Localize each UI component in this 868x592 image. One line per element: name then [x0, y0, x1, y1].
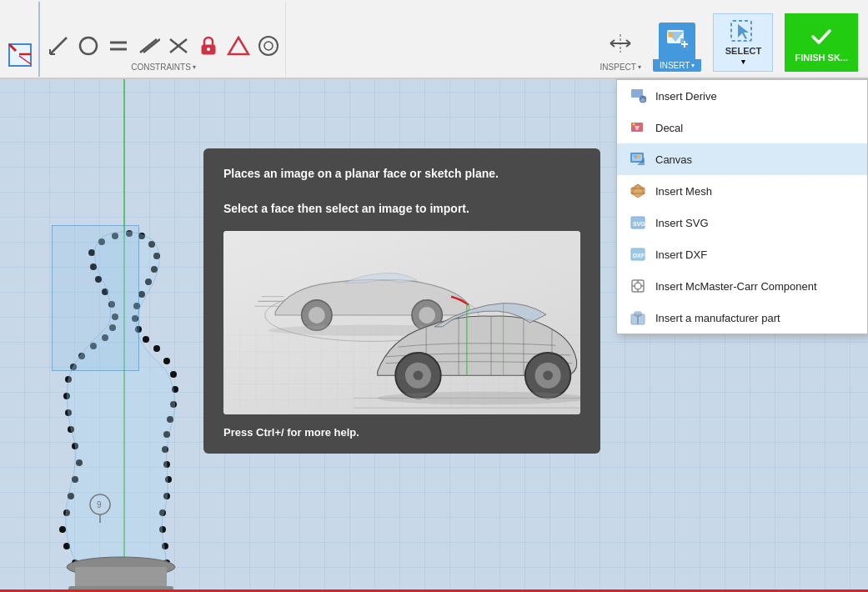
inspect-group: INSPECT ▾ — [595, 2, 646, 77]
svg-point-7 — [80, 38, 97, 54]
circle-tool[interactable] — [75, 33, 102, 59]
insert-dropdown-menu: Insert Derive Decal Canvas — [616, 79, 868, 334]
insert-mesh-icon — [629, 182, 647, 200]
svg-point-17 — [259, 37, 278, 55]
lock-icon[interactable] — [195, 33, 222, 59]
trim-tool[interactable] — [165, 33, 192, 59]
offset-tool[interactable] — [255, 33, 282, 59]
tooltip-footer: Press Ctrl+/ for more help. — [223, 426, 580, 439]
inspect-icon[interactable] — [604, 28, 637, 59]
svg-point-143 — [414, 370, 424, 380]
selection-box — [52, 225, 139, 371]
finish-group: FINISH SK... — [780, 2, 863, 77]
constraints-label: CONSTRAINTS ▾ — [131, 63, 196, 72]
constraints-caret: ▾ — [193, 63, 196, 71]
svg-rect-122 — [635, 312, 641, 316]
menu-item-insert-dxf-label: Insert DXF — [655, 248, 707, 261]
tooltip-canvas-preview — [223, 231, 580, 414]
svg-point-71 — [170, 371, 177, 378]
svg-point-102 — [633, 123, 635, 126]
select-group: SELECT ▾ — [708, 2, 778, 77]
insert-label[interactable]: INSERT ▾ — [653, 59, 702, 72]
svg-point-15 — [207, 48, 210, 51]
finish-sketch-button[interactable]: FINISH SK... — [785, 13, 858, 72]
insert-icon[interactable] — [659, 23, 695, 59]
svg-point-146 — [543, 370, 553, 380]
menu-item-insert-mcmaster-label: Insert McMaster-Carr Component — [655, 280, 817, 293]
menu-item-insert-dxf[interactable]: DXF Insert DXF — [617, 238, 867, 270]
insert-svg-icon: SVG — [629, 213, 647, 232]
svg-point-68 — [143, 336, 149, 343]
svg-line-11 — [143, 39, 160, 53]
svg-point-27 — [668, 33, 673, 38]
menu-item-insert-manufacturer-label: Insert a manufacturer part — [655, 312, 780, 324]
menu-item-decal-label: Decal — [655, 122, 683, 134]
menu-item-insert-mcmaster[interactable]: Insert McMaster-Carr Component — [617, 270, 867, 302]
menu-item-canvas[interactable]: Canvas — [617, 143, 867, 175]
select-button[interactable]: SELECT ▾ — [713, 13, 773, 72]
menu-item-insert-derive-label: Insert Derive — [655, 90, 717, 103]
sketch-icon[interactable] — [7, 42, 33, 68]
svg-point-127 — [309, 307, 325, 324]
svg-point-150 — [378, 392, 580, 405]
svg-point-106 — [637, 155, 640, 158]
insert-dxf-icon: DXF — [629, 245, 647, 263]
svg-text:DXF: DXF — [633, 253, 645, 258]
spline-tool[interactable] — [135, 33, 162, 59]
menu-item-insert-svg-label: Insert SVG — [655, 217, 709, 229]
finish-label: FINISH SK... — [795, 53, 848, 63]
menu-item-insert-mesh-label: Insert Mesh — [655, 185, 712, 198]
svg-point-35 — [59, 526, 66, 533]
menu-item-insert-svg[interactable]: SVG Insert SVG — [617, 207, 867, 238]
line-tool[interactable] — [45, 33, 72, 59]
menu-item-insert-mesh[interactable]: Insert Mesh — [617, 175, 867, 207]
svg-text:9: 9 — [97, 500, 102, 509]
svg-point-129 — [419, 307, 435, 324]
canvas-tooltip: Places an image on a planar face or sket… — [203, 148, 600, 454]
toolbar: CONSTRAINTS ▾ INSPECT ▾ — [0, 0, 868, 79]
svg-text:SVG: SVG — [633, 221, 645, 227]
insert-manufacturer-icon — [629, 309, 647, 327]
svg-line-10 — [140, 39, 157, 53]
inspect-label: INSPECT ▾ — [600, 63, 641, 72]
svg-line-4 — [50, 38, 67, 54]
svg-point-116 — [635, 283, 641, 289]
tooltip-line1: Places an image on a planar face or sket… — [223, 165, 580, 218]
insert-mcmaster-icon — [629, 277, 647, 295]
decal-icon — [629, 118, 647, 137]
menu-item-canvas-label: Canvas — [655, 153, 692, 166]
rectangle-tool[interactable] — [105, 33, 132, 59]
canvas-icon — [629, 150, 647, 168]
menu-item-insert-derive[interactable]: Insert Derive — [617, 80, 867, 112]
mirror-tool[interactable] — [225, 33, 252, 59]
select-caret: ▾ — [741, 58, 745, 66]
insert-group: INSERT ▾ — [648, 2, 707, 77]
svg-point-18 — [264, 42, 273, 50]
menu-item-insert-manufacturer[interactable]: Insert a manufacturer part — [617, 302, 867, 334]
svg-point-69 — [153, 345, 160, 352]
insert-derive-icon — [629, 87, 647, 105]
menu-item-decal[interactable]: Decal — [617, 112, 867, 143]
svg-marker-16 — [228, 38, 248, 54]
svg-point-70 — [163, 358, 170, 364]
select-label: SELECT — [725, 46, 761, 56]
